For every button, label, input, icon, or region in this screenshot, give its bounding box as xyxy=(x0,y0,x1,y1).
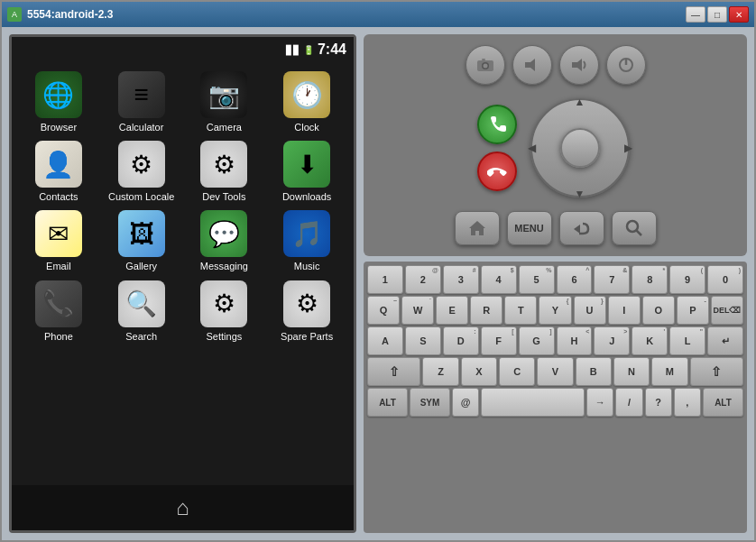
key-6[interactable]: 6^ xyxy=(557,265,593,294)
key-C[interactable]: C xyxy=(499,357,535,386)
app-icon-clock: 🕐 xyxy=(283,71,330,118)
key-at[interactable]: @ xyxy=(452,388,479,417)
app-item-custom-locale[interactable]: ⚙Custom Locale xyxy=(104,141,180,203)
dpad-center[interactable] xyxy=(560,128,600,168)
app-item-phone[interactable]: 📞Phone xyxy=(21,280,97,343)
home-button[interactable]: ⌂ xyxy=(165,492,201,524)
key-alt-right[interactable]: ALT xyxy=(703,388,743,417)
maximize-button[interactable]: □ xyxy=(707,6,727,23)
main-content: ▊▊ 🔋 7:44 🌐Browser≡Calculator📷Camera🕐Clo… xyxy=(2,27,754,540)
key-7[interactable]: 7& xyxy=(594,265,630,294)
app-item-dev-tools[interactable]: ⚙Dev Tools xyxy=(187,141,263,203)
key-8[interactable]: 8* xyxy=(632,265,668,294)
app-item-messaging[interactable]: 💬Messaging xyxy=(187,210,263,272)
key-slash[interactable]: / xyxy=(615,388,642,417)
key-Q[interactable]: Q~ xyxy=(367,296,400,325)
key-question[interactable]: ? xyxy=(645,388,672,417)
svg-marker-9 xyxy=(574,225,580,234)
dpad-left[interactable]: ◀ xyxy=(528,142,536,154)
key-Y[interactable]: Y{ xyxy=(539,296,571,325)
key-T[interactable]: T xyxy=(504,296,537,325)
app-item-settings[interactable]: ⚙Settings xyxy=(187,280,263,343)
key-sym[interactable]: SYM xyxy=(410,388,450,417)
app-icon-settings: ⚙ xyxy=(200,280,247,327)
app-icon-custom-locale: ⚙ xyxy=(118,141,165,188)
key-D[interactable]: D: xyxy=(443,326,479,355)
dpad-up[interactable]: ▲ xyxy=(575,96,585,108)
key-L[interactable]: L" xyxy=(669,326,705,355)
close-button[interactable]: ✕ xyxy=(729,6,749,23)
key-delete[interactable]: DEL⌫ xyxy=(711,296,743,325)
key-2[interactable]: 2@ xyxy=(405,265,441,294)
menu-button[interactable]: MENU xyxy=(507,211,552,245)
app-item-contacts[interactable]: 👤Contacts xyxy=(21,141,97,203)
end-call-button[interactable] xyxy=(477,152,517,191)
app-item-clock[interactable]: 🕐Clock xyxy=(269,71,345,133)
app-item-camera[interactable]: 📷Camera xyxy=(187,71,263,133)
key-F[interactable]: F[ xyxy=(481,326,517,355)
key-G[interactable]: G] xyxy=(519,326,555,355)
key-0[interactable]: 0) xyxy=(707,265,743,294)
key-V[interactable]: V xyxy=(537,357,573,386)
key-U[interactable]: U} xyxy=(574,296,606,325)
key-comma[interactable]: , xyxy=(674,388,701,417)
svg-point-10 xyxy=(627,221,638,232)
key-4[interactable]: 4$ xyxy=(481,265,517,294)
volume-up-button[interactable] xyxy=(559,45,599,85)
minimize-button[interactable]: — xyxy=(686,6,705,23)
app-icon-calculator: ≡ xyxy=(118,71,165,118)
key-enter[interactable]: ↵ xyxy=(707,326,743,355)
app-item-email[interactable]: ✉Email xyxy=(21,210,97,272)
dpad-down[interactable]: ▼ xyxy=(575,188,585,200)
power-button[interactable] xyxy=(606,45,646,85)
app-icon-downloads: ⬇ xyxy=(283,141,330,188)
search-ctrl-button[interactable] xyxy=(612,211,657,245)
home-ctrl-button[interactable] xyxy=(455,211,500,245)
app-item-gallery[interactable]: 🖼Gallery xyxy=(104,210,180,272)
key-I[interactable]: I xyxy=(608,296,641,325)
key-B[interactable]: B xyxy=(576,357,612,386)
key-alt-left[interactable]: ALT xyxy=(367,388,408,417)
call-button[interactable] xyxy=(477,105,517,144)
key-arrow[interactable]: → xyxy=(586,388,613,417)
app-label-spare-parts: Spare Parts xyxy=(281,331,333,343)
app-item-search[interactable]: 🔍Search xyxy=(104,280,180,343)
key-R[interactable]: R xyxy=(470,296,502,325)
app-item-calculator[interactable]: ≡Calculator xyxy=(104,71,180,133)
signal-icon: ▊▊ xyxy=(286,45,300,55)
key-K[interactable]: K' xyxy=(632,326,668,355)
key-O[interactable]: O xyxy=(642,296,675,325)
key-space[interactable] xyxy=(481,388,585,417)
dpad-container: ▲ ▼ ◀ ▶ xyxy=(477,94,634,202)
key-M[interactable]: M xyxy=(651,357,687,386)
app-item-downloads[interactable]: ⬇Downloads xyxy=(269,141,345,203)
key-3[interactable]: 3# xyxy=(443,265,479,294)
key-W[interactable]: W` xyxy=(401,296,434,325)
key-S[interactable]: S xyxy=(405,326,441,355)
key-shift-left[interactable]: ⇧ xyxy=(367,357,420,386)
volume-down-button[interactable] xyxy=(512,45,552,85)
app-item-music[interactable]: 🎵Music xyxy=(269,210,345,272)
battery-icon: 🔋 xyxy=(303,45,314,55)
dpad-right[interactable]: ▶ xyxy=(624,142,632,154)
dpad[interactable]: ▲ ▼ ◀ ▶ xyxy=(526,94,634,202)
app-item-spare-parts[interactable]: ⚙Spare Parts xyxy=(269,280,345,343)
back-button[interactable] xyxy=(559,211,604,245)
camera-button[interactable] xyxy=(466,45,505,85)
app-item-browser[interactable]: 🌐Browser xyxy=(21,71,97,133)
app-label-clock: Clock xyxy=(294,122,319,133)
key-9[interactable]: 9( xyxy=(669,265,705,294)
key-A[interactable]: A xyxy=(367,326,403,355)
phone-screen: ▊▊ 🔋 7:44 🌐Browser≡Calculator📷Camera🕐Clo… xyxy=(9,34,356,533)
key-X[interactable]: X xyxy=(461,357,497,386)
key-N[interactable]: N xyxy=(613,357,650,386)
key-5[interactable]: 5% xyxy=(519,265,555,294)
svg-marker-8 xyxy=(469,221,485,235)
key-Z[interactable]: Z xyxy=(422,357,458,386)
key-shift-right[interactable]: ⇧ xyxy=(690,357,743,386)
key-1[interactable]: 1 xyxy=(367,265,403,294)
key-J[interactable]: J> xyxy=(594,326,630,355)
key-P[interactable]: P- xyxy=(677,296,709,325)
key-E[interactable]: E xyxy=(436,296,468,325)
key-H[interactable]: H< xyxy=(557,326,593,355)
